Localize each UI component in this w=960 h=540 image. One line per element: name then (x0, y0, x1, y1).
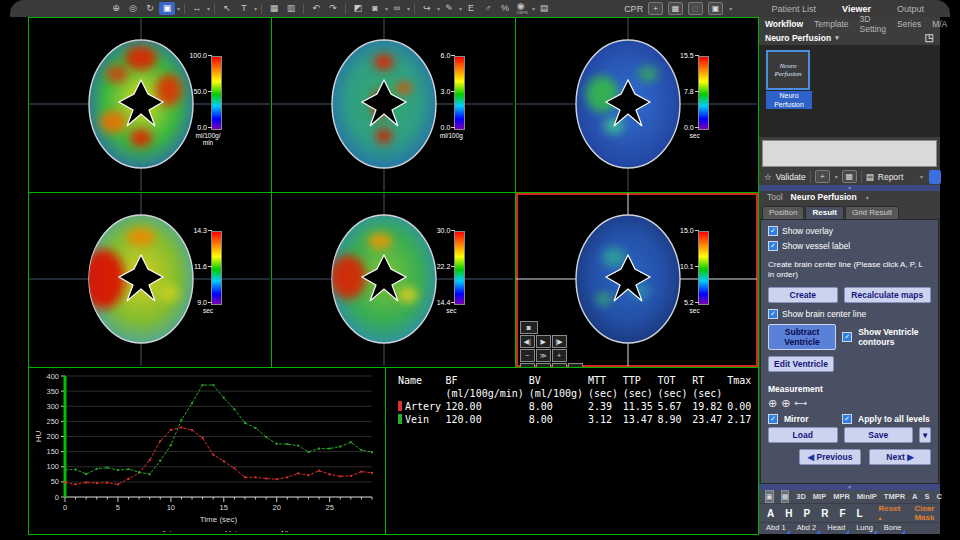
preset-abd-2[interactable]: Abd 2 (796, 523, 820, 534)
roi-ellipse-icon[interactable]: ⊕ (781, 397, 790, 410)
zoom-tool-icon[interactable]: ◎ (125, 2, 141, 15)
flip-icon[interactable]: ↪ (419, 2, 435, 15)
cpr-label[interactable]: CPR (624, 4, 643, 14)
multi-view-icon[interactable]: ▦ (781, 490, 790, 503)
pan-tool-icon[interactable]: ⊕ (108, 2, 124, 15)
viewport-5[interactable]: 30.022.214.4sec (272, 193, 514, 367)
checkbox-checked-icon[interactable]: ✓ (842, 332, 852, 342)
subtract-ventricle-button[interactable]: Subtract Ventricle (768, 324, 836, 350)
ruler-tool-icon-caret[interactable]: ▾ (207, 5, 210, 12)
report-list-box[interactable] (762, 140, 937, 166)
layout-alt-icon[interactable]: ▥ (283, 2, 299, 15)
table-row[interactable]: Vein120.008.003.1213.478.9023.472.17 (396, 413, 754, 426)
step-forward-button[interactable]: |▶ (552, 335, 567, 348)
ruler-tool-icon[interactable]: ↔ (189, 2, 205, 15)
dsps-eye-icon[interactable]: ◉DSPS (514, 2, 530, 15)
render-mode-mpr[interactable]: MPR (833, 492, 850, 501)
preset-head[interactable]: Head (826, 523, 848, 534)
create-button[interactable]: Create (768, 287, 838, 303)
grid-layout-icon[interactable]: ▦ (266, 2, 282, 15)
orientation-p[interactable]: P (801, 508, 812, 519)
viewport-1[interactable]: 100.050.00.0ml/100g/min (29, 18, 271, 192)
viewport-3[interactable]: 15.57.80.0sec (516, 18, 758, 192)
preset-abd-1[interactable]: Abd 1 (765, 523, 789, 534)
workflow-tab-workflow[interactable]: Workflow (765, 19, 803, 29)
annotate-icon[interactable]: ✎ (441, 2, 457, 15)
previous-button[interactable]: ◀ Previous (799, 449, 861, 465)
show-brain-center-line-row[interactable]: ✓ Show brain center line (768, 309, 931, 319)
edit-ventricle-button[interactable]: Edit Ventricle (768, 356, 834, 372)
next-button[interactable]: Next ▶ (869, 449, 931, 465)
save-report-icon[interactable]: ▦ (842, 170, 857, 183)
add-report-caret-icon[interactable]: ▾ (835, 173, 838, 180)
viewport-6[interactable]: 15.010.15.2sec◙◀|▶|▶−≫+◀▶▭▴ (516, 193, 758, 367)
validate-button[interactable]: Validate (776, 172, 806, 182)
preset-lung[interactable]: Lung (855, 523, 876, 534)
render-mode-3d[interactable]: 3D (796, 492, 806, 501)
pointer-tool-icon[interactable]: ↖ (219, 2, 235, 15)
workflow-tab-series[interactable]: Series (897, 19, 921, 29)
text-tool-icon[interactable]: T (236, 2, 252, 15)
main-tab-patient-list[interactable]: Patient List (772, 4, 817, 14)
dsps-eye-icon-caret[interactable]: ▾ (532, 5, 535, 12)
render-mode-minip[interactable]: MinIP (857, 492, 877, 501)
result-tab-grid-result[interactable]: Grid Result (845, 206, 899, 219)
render-mode-a[interactable]: A (912, 492, 917, 501)
viewport-2[interactable]: 6.03.00.0ml/100g (272, 18, 514, 192)
star-icon[interactable]: ☆ (764, 172, 772, 182)
checkbox-checked-icon[interactable]: ✓ (768, 309, 778, 319)
main-tab-viewer[interactable]: Viewer (842, 4, 871, 14)
main-tab-output[interactable]: Output (897, 4, 924, 14)
render-mode-tmpr[interactable]: TMPR (884, 492, 905, 501)
workflow-thumb-neuro-perfusion[interactable]: Neuro Perfusion Neuro Perfusion (766, 50, 812, 109)
add-report-icon[interactable]: + (815, 170, 830, 183)
capture-caret-icon[interactable]: ▾ (729, 5, 732, 12)
text-tool-icon-caret[interactable]: ▾ (254, 5, 257, 12)
annotate-icon-caret[interactable]: ▾ (459, 5, 462, 12)
scroll-body-tool-icon-caret[interactable]: ▾ (177, 5, 180, 12)
report-caret-icon[interactable]: ▾ (920, 173, 923, 180)
export-icon[interactable]: E (463, 2, 479, 15)
overlay-toggle-icon[interactable]: ◙ (367, 2, 383, 15)
preset-bone[interactable]: Bone (883, 523, 905, 534)
overlay-toggle-icon-caret[interactable]: ▾ (385, 5, 388, 12)
orientation-f[interactable]: F (837, 508, 847, 519)
save-measure-button[interactable]: Save (844, 427, 914, 443)
checkbox-checked-icon[interactable]: ✓ (768, 226, 778, 236)
render-mode-s[interactable]: S (925, 492, 930, 501)
reset-button[interactable]: Reset ▴ (879, 504, 901, 522)
orientation-r[interactable]: R (819, 508, 830, 519)
workflow-tab-m-a[interactable]: M/A (932, 19, 947, 29)
step-back-button[interactable]: ◀| (520, 335, 535, 348)
tool-caret-icon[interactable]: ▾ (866, 194, 869, 201)
color-map-icon[interactable]: ◩ (350, 2, 366, 15)
result-tab-result[interactable]: Result (805, 206, 843, 219)
render-mode-c[interactable]: C (937, 492, 942, 501)
save-icon[interactable]: ▦ (668, 2, 683, 15)
result-tab-position[interactable]: Position (762, 206, 804, 219)
orientation-h[interactable]: H (783, 508, 794, 519)
checkbox-checked-icon[interactable]: ✓ (768, 241, 778, 251)
camera-icon[interactable]: ◙ (520, 321, 538, 334)
speed-plus-button[interactable]: + (552, 349, 567, 362)
gender-icon[interactable]: ♂ (480, 2, 496, 15)
scroll-body-tool-icon[interactable]: ▣ (159, 2, 175, 15)
load-button[interactable]: Load (768, 427, 838, 443)
collapse-button[interactable] (929, 170, 941, 184)
show-overlay-row[interactable]: ✓ Show overlay (768, 226, 931, 236)
table-row[interactable]: Artery120.008.002.3911.355.6719.820.00 (396, 400, 754, 413)
speed-indicator[interactable]: ≫ (536, 349, 551, 362)
show-vessel-label-row[interactable]: ✓ Show vessel label (768, 241, 931, 251)
clear-mask-button[interactable]: Clear Mask (914, 504, 934, 522)
play-button[interactable]: ▶ (536, 335, 551, 348)
recalculate-maps-button[interactable]: Recalculate maps (844, 287, 931, 303)
render-mode-mip[interactable]: MIP (813, 492, 826, 501)
link-series-icon-caret[interactable]: ▾ (407, 5, 410, 12)
orientation-a[interactable]: A (765, 508, 776, 519)
speed-minus-button[interactable]: − (520, 349, 535, 362)
motion-icon[interactable]: % (497, 2, 513, 15)
undo-icon[interactable]: ↶ (308, 2, 324, 15)
redo-icon[interactable]: ↷ (325, 2, 341, 15)
capture-icon[interactable]: ▣ (708, 2, 723, 15)
workflow-tab-template[interactable]: Template (814, 19, 849, 29)
